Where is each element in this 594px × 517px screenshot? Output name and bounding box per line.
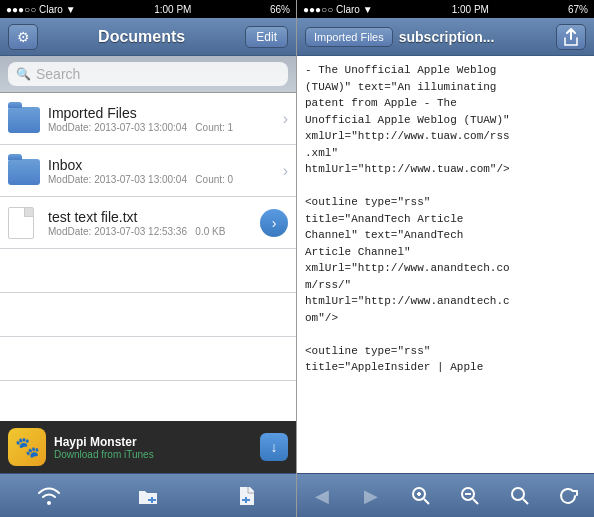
file-meta-inbox: ModDate: 2013-07-03 13:00:04 Count: 0 — [48, 174, 279, 185]
file-info-imported: Imported Files ModDate: 2013-07-03 13:00… — [48, 105, 279, 133]
gear-icon: ⚙ — [17, 29, 30, 45]
svg-line-10 — [473, 499, 478, 504]
share-button[interactable] — [556, 24, 586, 50]
ad-download-button[interactable]: ↓ — [260, 433, 288, 461]
folder-icon-imported — [8, 103, 40, 135]
ad-bar[interactable]: 🐾 Haypi Monster Download from iTunes ↓ — [0, 421, 296, 473]
bottom-toolbar-right: ◀ ▶ — [297, 473, 594, 517]
breadcrumb-label: Imported Files — [314, 31, 384, 43]
svg-line-12 — [523, 499, 528, 504]
search-icon: 🔍 — [16, 67, 31, 81]
file-view-title: subscription... — [399, 29, 550, 45]
empty-row — [0, 293, 296, 337]
zoom-in-icon — [411, 486, 431, 506]
refresh-button[interactable] — [547, 474, 591, 518]
bottom-toolbar-left — [0, 473, 296, 517]
time-right: 1:00 PM — [452, 4, 489, 15]
edit-label: Edit — [256, 30, 277, 44]
battery-left: 66% — [270, 4, 290, 15]
ad-text: Haypi Monster Download from iTunes — [54, 435, 252, 460]
back-button[interactable]: ◀ — [300, 474, 344, 518]
right-panel: ●●●○○ Claro ▼ 1:00 PM 67% Imported Files… — [297, 0, 594, 517]
left-panel: ●●●○○ Claro ▼ 1:00 PM 66% ⚙ Documents Ed… — [0, 0, 297, 517]
search-input-wrap[interactable]: 🔍 Search — [8, 62, 288, 86]
svg-point-11 — [512, 488, 524, 500]
zoom-out-button[interactable] — [448, 474, 492, 518]
svg-line-7 — [424, 499, 429, 504]
svg-rect-3 — [242, 499, 250, 501]
refresh-icon — [559, 486, 579, 506]
status-bar-left: ●●●○○ Claro ▼ 1:00 PM 66% — [0, 0, 296, 18]
search-bar: 🔍 Search — [0, 56, 296, 93]
list-item[interactable]: Inbox ModDate: 2013-07-03 13:00:04 Count… — [0, 145, 296, 197]
forward-icon: ▶ — [364, 485, 378, 507]
empty-row — [0, 249, 296, 293]
file-content: - The Unofficial Apple Weblog (TUAW)" te… — [305, 62, 586, 376]
back-icon: ◀ — [315, 485, 329, 507]
list-item[interactable]: test text file.txt ModDate: 2013-07-03 1… — [0, 197, 296, 249]
ad-app-icon: 🐾 — [8, 428, 46, 466]
battery-right: 67% — [568, 4, 588, 15]
add-folder-button[interactable] — [126, 474, 170, 518]
file-info-test: test text file.txt ModDate: 2013-07-03 1… — [48, 209, 256, 237]
nav-bar-left: ⚙ Documents Edit — [0, 18, 296, 56]
wifi-button[interactable] — [27, 474, 71, 518]
add-doc-button[interactable] — [225, 474, 269, 518]
download-icon: ↓ — [271, 439, 278, 455]
search-placeholder: Search — [36, 66, 80, 82]
folder-add-icon — [137, 486, 159, 506]
search-button[interactable] — [498, 474, 542, 518]
wifi-icon — [38, 487, 60, 505]
empty-row — [0, 337, 296, 381]
gear-button[interactable]: ⚙ — [8, 24, 38, 50]
svg-rect-1 — [148, 499, 156, 501]
content-area: - The Unofficial Apple Weblog (TUAW)" te… — [297, 56, 594, 473]
ad-title: Haypi Monster — [54, 435, 252, 449]
chevron-icon-imported: › — [283, 110, 288, 128]
folder-icon-inbox — [8, 155, 40, 187]
file-meta-imported: ModDate: 2013-07-03 13:00:04 Count: 1 — [48, 122, 279, 133]
ad-subtitle: Download from iTunes — [54, 449, 252, 460]
carrier-left: ●●●○○ Claro ▼ — [6, 4, 76, 15]
status-bar-right: ●●●○○ Claro ▼ 1:00 PM 67% — [297, 0, 594, 18]
doc-icon-test — [8, 207, 40, 239]
share-icon — [564, 28, 578, 46]
open-file-button[interactable]: › — [260, 209, 288, 237]
nav-bar-right: Imported Files subscription... — [297, 18, 594, 56]
chevron-icon-inbox: › — [283, 162, 288, 180]
zoom-out-icon — [460, 486, 480, 506]
file-name-inbox: Inbox — [48, 157, 279, 173]
documents-title: Documents — [98, 28, 185, 46]
zoom-in-button[interactable] — [399, 474, 443, 518]
list-item[interactable]: Imported Files ModDate: 2013-07-03 13:00… — [0, 93, 296, 145]
breadcrumb-button[interactable]: Imported Files — [305, 27, 393, 47]
file-meta-test: ModDate: 2013-07-03 12:53:36 0.0 KB — [48, 226, 256, 237]
search-icon — [510, 486, 530, 506]
file-name-imported: Imported Files — [48, 105, 279, 121]
doc-add-icon — [238, 485, 256, 507]
file-list: Imported Files ModDate: 2013-07-03 13:00… — [0, 93, 296, 421]
edit-button[interactable]: Edit — [245, 26, 288, 48]
forward-button[interactable]: ▶ — [349, 474, 393, 518]
file-info-inbox: Inbox ModDate: 2013-07-03 13:00:04 Count… — [48, 157, 279, 185]
carrier-right: ●●●○○ Claro ▼ — [303, 4, 373, 15]
file-name-test: test text file.txt — [48, 209, 256, 225]
time-left: 1:00 PM — [154, 4, 191, 15]
